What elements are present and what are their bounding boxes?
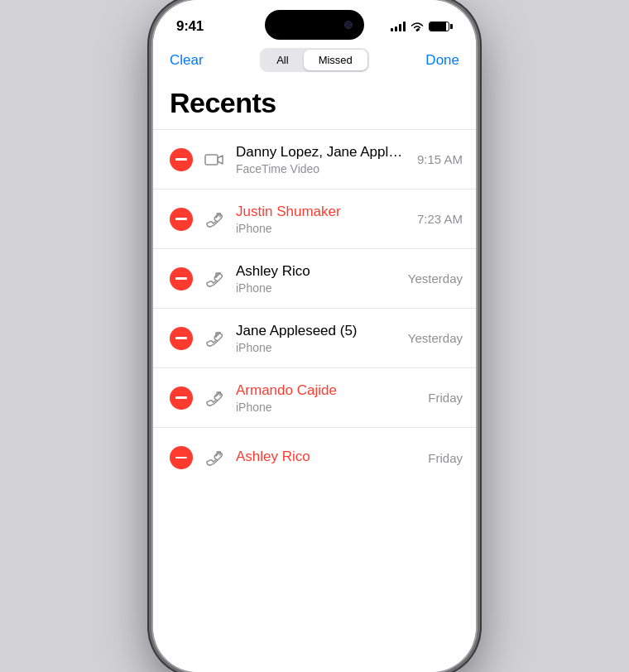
delete-button[interactable]: [170, 208, 193, 231]
call-row[interactable]: Ashley Rico Friday: [153, 428, 476, 487]
call-row[interactable]: Jane Appleseed (5) iPhone Yesterday: [153, 309, 476, 368]
delete-button[interactable]: [170, 267, 193, 290]
call-row[interactable]: Danny Lopez, Jane Appleseed FaceTime Vid…: [153, 130, 476, 190]
segment-missed[interactable]: Missed: [304, 50, 367, 70]
call-name: Ashley Rico: [236, 449, 418, 465]
call-time: Friday: [428, 391, 463, 405]
delete-button[interactable]: [170, 446, 193, 469]
call-name: Danny Lopez, Jane Appleseed: [236, 144, 407, 161]
signal-bar-2: [395, 26, 397, 31]
call-name: Justin Shumaker: [236, 204, 407, 220]
call-name: Ashley Rico: [236, 263, 398, 280]
phone-missed-icon: [203, 386, 226, 410]
call-time: Friday: [428, 451, 463, 465]
svg-point-0: [416, 29, 419, 31]
status-time: 9:41: [176, 18, 204, 35]
signal-bar-1: [391, 28, 393, 31]
call-row[interactable]: Justin Shumaker iPhone 7:23 AM: [153, 190, 476, 249]
delete-button[interactable]: [170, 327, 193, 350]
call-info: Justin Shumaker iPhone: [236, 204, 407, 235]
svg-rect-1: [205, 155, 218, 165]
phone-missed-icon: [203, 446, 226, 469]
signal-bar-3: [399, 24, 401, 31]
delete-button[interactable]: [170, 148, 193, 171]
call-subtype: iPhone: [236, 281, 398, 295]
call-subtype: FaceTime Video: [236, 162, 407, 175]
battery-body: [429, 22, 449, 31]
screen: 9:41: [153, 0, 476, 672]
island-camera: [344, 21, 353, 29]
wifi-icon: [411, 22, 424, 31]
segment-all[interactable]: All: [262, 50, 303, 70]
call-time: Yesterday: [408, 271, 463, 286]
call-row[interactable]: Ashley Rico iPhone Yesterday: [153, 249, 476, 309]
call-info: Armando Cajide iPhone: [236, 382, 418, 414]
phone-incoming-icon: [203, 267, 226, 290]
signal-bar-4: [403, 22, 406, 31]
status-icons: [391, 22, 453, 31]
page-title: Recents: [153, 80, 476, 129]
call-name: Jane Appleseed (5): [236, 323, 398, 339]
nav-bar: Clear All Missed Done: [153, 41, 476, 80]
phone-incoming-icon: [203, 327, 226, 350]
call-list: Danny Lopez, Jane Appleseed FaceTime Vid…: [153, 130, 476, 487]
call-time: Yesterday: [408, 331, 463, 345]
call-info: Danny Lopez, Jane Appleseed FaceTime Vid…: [236, 144, 407, 175]
phone-frame: 9:41: [153, 0, 476, 672]
status-bar: 9:41: [153, 0, 476, 41]
call-subtype: iPhone: [236, 222, 407, 235]
call-subtype: iPhone: [236, 341, 398, 354]
call-info: Jane Appleseed (5) iPhone: [236, 323, 398, 354]
call-subtype: iPhone: [236, 401, 418, 414]
call-info: Ashley Rico iPhone: [236, 263, 398, 295]
signal-icon: [391, 22, 406, 31]
call-name: Armando Cajide: [236, 382, 418, 399]
segment-control: All Missed: [260, 48, 369, 72]
facetime-video-icon: [203, 148, 226, 171]
battery-fill: [430, 22, 446, 31]
done-button[interactable]: Done: [425, 52, 459, 69]
call-time: 9:15 AM: [417, 152, 463, 166]
call-time: 7:23 AM: [417, 212, 463, 226]
battery-icon: [429, 22, 453, 31]
clear-button[interactable]: Clear: [170, 52, 204, 69]
call-info: Ashley Rico: [236, 449, 418, 467]
delete-button[interactable]: [170, 386, 193, 410]
dynamic-island: [265, 10, 364, 40]
call-row[interactable]: Armando Cajide iPhone Friday: [153, 368, 476, 428]
battery-tip: [450, 24, 453, 29]
phone-missed-icon: [203, 208, 226, 231]
